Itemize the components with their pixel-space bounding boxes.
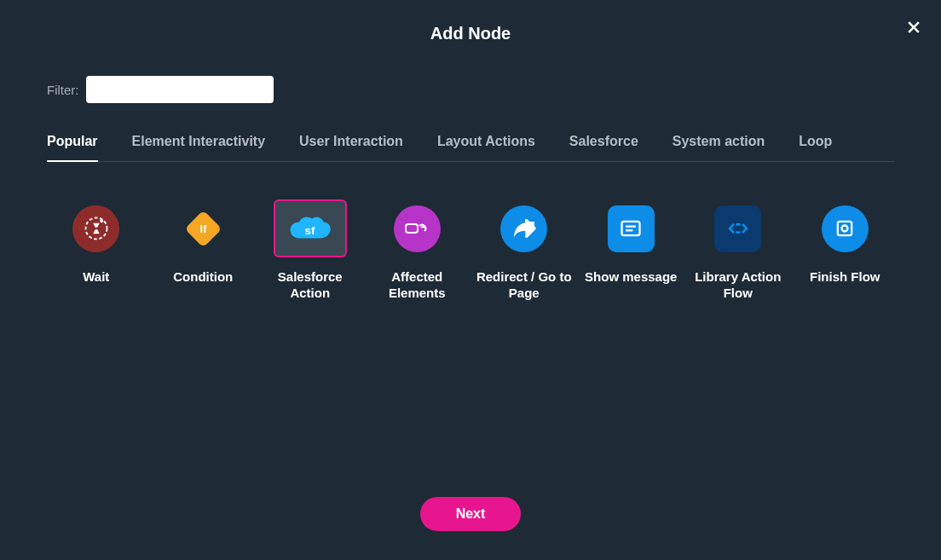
hourglass-icon <box>72 205 119 252</box>
nodes-grid: Wait If Condition sf <box>47 199 894 302</box>
svg-text:sf: sf <box>305 224 315 237</box>
node-show-message[interactable]: Show message <box>582 199 681 302</box>
node-label: Wait <box>83 269 109 286</box>
finish-flag-icon <box>822 205 869 252</box>
svg-rect-7 <box>622 222 640 235</box>
filter-input[interactable] <box>86 76 274 103</box>
code-refresh-icon <box>714 205 761 252</box>
node-label: Finish Flow <box>810 269 880 286</box>
node-affected-elements[interactable]: Affected Elements <box>368 199 467 302</box>
node-redirect[interactable]: Redirect / Go to Page <box>475 199 574 302</box>
svg-rect-6 <box>406 224 418 233</box>
node-label: Salesforce Action <box>261 269 360 302</box>
svg-point-11 <box>842 226 848 232</box>
node-finish-flow[interactable]: Finish Flow <box>796 199 895 302</box>
add-node-modal: Add Node Filter: Popular Element Interac… <box>0 0 941 560</box>
svg-rect-10 <box>838 222 852 235</box>
svg-text:If: If <box>199 222 207 235</box>
cloud-sf-icon: sf <box>286 205 333 252</box>
node-label: Condition <box>173 269 233 286</box>
tabs: Popular Element Interactivity User Inter… <box>47 134 894 162</box>
close-icon <box>905 19 922 36</box>
node-label: Show message <box>585 269 677 286</box>
node-icon-wrap: If <box>166 199 240 257</box>
node-icon-wrap <box>60 199 133 257</box>
tab-element-interactivity[interactable]: Element Interactivity <box>132 134 266 161</box>
node-icon-wrap <box>380 199 453 257</box>
node-wait[interactable]: Wait <box>47 199 146 302</box>
node-icon-wrap: sf <box>274 199 347 257</box>
node-label: Affected Elements <box>368 269 467 302</box>
node-library-action-flow[interactable]: Library Action Flow <box>689 199 788 302</box>
diamond-if-icon: If <box>180 205 227 252</box>
node-salesforce-action[interactable]: sf Salesforce Action <box>261 199 360 302</box>
node-label: Redirect / Go to Page <box>475 269 574 302</box>
share-arrow-icon <box>500 205 547 252</box>
close-button[interactable] <box>902 15 926 39</box>
tab-loop[interactable]: Loop <box>799 134 832 161</box>
svg-point-2 <box>85 218 107 240</box>
next-button[interactable]: Next <box>420 497 522 531</box>
message-icon <box>608 205 655 252</box>
filter-row: Filter: <box>47 76 941 103</box>
tab-popular[interactable]: Popular <box>47 134 98 161</box>
tab-salesforce[interactable]: Salesforce <box>569 134 638 161</box>
tab-user-interaction[interactable]: User Interaction <box>299 134 403 161</box>
modal-title: Add Node <box>0 24 941 43</box>
node-icon-wrap <box>808 199 881 257</box>
node-condition[interactable]: If Condition <box>154 199 253 302</box>
tab-layout-actions[interactable]: Layout Actions <box>437 134 535 161</box>
tab-system-action[interactable]: System action <box>673 134 765 161</box>
modal-footer: Next <box>0 497 941 531</box>
node-icon-wrap <box>594 199 667 257</box>
hand-icon <box>394 205 441 252</box>
node-label: Library Action Flow <box>689 269 788 302</box>
node-icon-wrap <box>488 199 561 257</box>
node-icon-wrap <box>701 199 775 257</box>
filter-label: Filter: <box>47 83 79 97</box>
